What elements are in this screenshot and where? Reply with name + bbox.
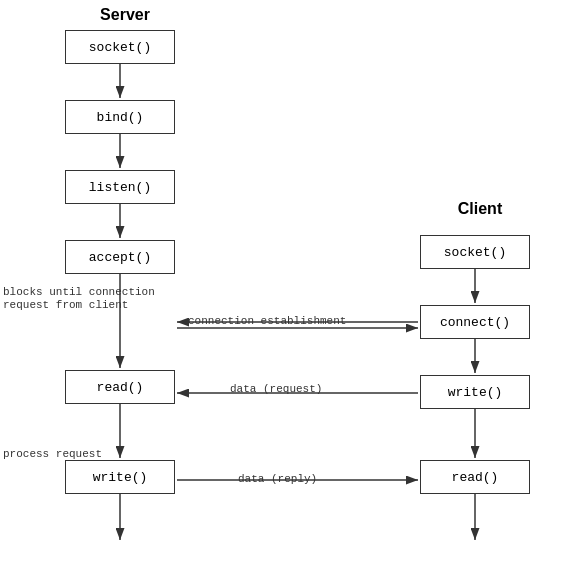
- server-accept-box: accept(): [65, 240, 175, 274]
- server-write-box: write(): [65, 460, 175, 494]
- diagram: Server Client socket() bind() listen() a…: [0, 0, 587, 574]
- client-write-box: write(): [420, 375, 530, 409]
- data-request-label: data (request): [230, 383, 322, 395]
- process-request-label: process request: [3, 448, 102, 460]
- client-read-box: read(): [420, 460, 530, 494]
- blocks-label-line2: request from client: [3, 299, 128, 311]
- client-connect-box: connect(): [420, 305, 530, 339]
- client-socket-box: socket(): [420, 235, 530, 269]
- connection-establishment-label: connection establishment: [188, 315, 346, 327]
- server-bind-box: bind(): [65, 100, 175, 134]
- client-title: Client: [430, 200, 530, 218]
- server-title: Server: [75, 6, 175, 24]
- blocks-label-line1: blocks until connection: [3, 286, 155, 298]
- data-reply-label: data (reply): [238, 473, 317, 485]
- server-listen-box: listen(): [65, 170, 175, 204]
- server-read-box: read(): [65, 370, 175, 404]
- server-socket-box: socket(): [65, 30, 175, 64]
